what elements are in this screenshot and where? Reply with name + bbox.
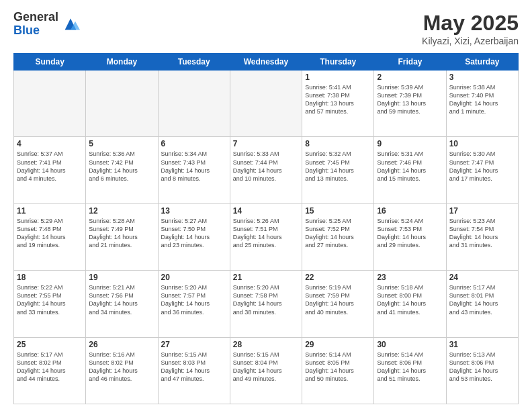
day-number: 22: [305, 273, 371, 282]
day-info: Sunrise: 5:27 AM Sunset: 7:50 PM Dayligh…: [161, 217, 227, 250]
day-number: 14: [233, 206, 299, 216]
day-number: 15: [305, 206, 371, 216]
calendar-header-row: Sunday Monday Tuesday Wednesday Thursday…: [14, 54, 519, 71]
table-row: 10Sunrise: 5:30 AM Sunset: 7:47 PM Dayli…: [446, 137, 518, 203]
calendar-week-1: 1Sunrise: 5:41 AM Sunset: 7:38 PM Daylig…: [14, 71, 519, 137]
day-number: 26: [89, 340, 154, 349]
table-row: 27Sunrise: 5:15 AM Sunset: 8:03 PM Dayli…: [158, 337, 230, 404]
day-info: Sunrise: 5:32 AM Sunset: 7:45 PM Dayligh…: [305, 150, 371, 183]
table-row: 3Sunrise: 5:38 AM Sunset: 7:40 PM Daylig…: [446, 71, 518, 137]
day-info: Sunrise: 5:22 AM Sunset: 7:55 PM Dayligh…: [17, 283, 83, 316]
table-row: 17Sunrise: 5:23 AM Sunset: 7:54 PM Dayli…: [446, 203, 518, 270]
day-number: 9: [377, 139, 443, 148]
day-info: Sunrise: 5:25 AM Sunset: 7:52 PM Dayligh…: [305, 217, 371, 250]
table-row: [230, 71, 302, 137]
logo: General Blue: [13, 11, 80, 38]
table-row: [158, 71, 230, 137]
table-row: 2Sunrise: 5:39 AM Sunset: 7:39 PM Daylig…: [374, 71, 446, 137]
day-info: Sunrise: 5:31 AM Sunset: 7:46 PM Dayligh…: [377, 150, 443, 183]
table-row: 19Sunrise: 5:21 AM Sunset: 7:56 PM Dayli…: [86, 271, 158, 337]
day-info: Sunrise: 5:41 AM Sunset: 7:38 PM Dayligh…: [305, 83, 371, 116]
table-row: 24Sunrise: 5:17 AM Sunset: 8:01 PM Dayli…: [446, 271, 518, 337]
day-info: Sunrise: 5:28 AM Sunset: 7:49 PM Dayligh…: [89, 217, 154, 250]
th-tuesday: Tuesday: [158, 54, 230, 71]
day-number: 23: [377, 273, 443, 282]
day-number: 6: [161, 139, 227, 148]
day-info: Sunrise: 5:38 AM Sunset: 7:40 PM Dayligh…: [449, 83, 515, 116]
day-number: 29: [305, 340, 371, 349]
day-info: Sunrise: 5:36 AM Sunset: 7:42 PM Dayligh…: [89, 150, 154, 183]
day-number: 4: [17, 139, 83, 148]
calendar-week-4: 18Sunrise: 5:22 AM Sunset: 7:55 PM Dayli…: [14, 271, 519, 337]
day-info: Sunrise: 5:21 AM Sunset: 7:56 PM Dayligh…: [89, 283, 154, 316]
day-number: 18: [17, 273, 83, 282]
title-block: May 2025 Kilyazi, Xizi, Azerbaijan: [422, 11, 519, 46]
location: Kilyazi, Xizi, Azerbaijan: [422, 36, 519, 46]
day-info: Sunrise: 5:33 AM Sunset: 7:44 PM Dayligh…: [233, 150, 299, 183]
table-row: 31Sunrise: 5:13 AM Sunset: 8:06 PM Dayli…: [446, 337, 518, 404]
table-row: 28Sunrise: 5:15 AM Sunset: 8:04 PM Dayli…: [230, 337, 302, 404]
table-row: 22Sunrise: 5:19 AM Sunset: 7:59 PM Dayli…: [302, 271, 374, 337]
day-number: 20: [161, 273, 227, 282]
day-info: Sunrise: 5:39 AM Sunset: 7:39 PM Dayligh…: [377, 83, 443, 116]
th-saturday: Saturday: [446, 54, 518, 71]
day-number: 3: [449, 73, 515, 82]
table-row: 1Sunrise: 5:41 AM Sunset: 7:38 PM Daylig…: [302, 71, 374, 137]
day-info: Sunrise: 5:23 AM Sunset: 7:54 PM Dayligh…: [449, 217, 515, 250]
day-number: 12: [89, 206, 154, 216]
table-row: 5Sunrise: 5:36 AM Sunset: 7:42 PM Daylig…: [86, 137, 158, 203]
day-info: Sunrise: 5:29 AM Sunset: 7:48 PM Dayligh…: [17, 217, 83, 250]
day-info: Sunrise: 5:13 AM Sunset: 8:06 PM Dayligh…: [449, 351, 515, 383]
logo-blue: Blue: [13, 24, 58, 38]
table-row: 26Sunrise: 5:16 AM Sunset: 8:02 PM Dayli…: [86, 337, 158, 404]
table-row: 30Sunrise: 5:14 AM Sunset: 8:06 PM Dayli…: [374, 337, 446, 404]
th-friday: Friday: [374, 54, 446, 71]
logo-text: General Blue: [13, 11, 58, 38]
day-number: 21: [233, 273, 299, 282]
table-row: 25Sunrise: 5:17 AM Sunset: 8:02 PM Dayli…: [14, 337, 86, 404]
day-info: Sunrise: 5:37 AM Sunset: 7:41 PM Dayligh…: [17, 150, 83, 183]
table-row: 14Sunrise: 5:26 AM Sunset: 7:51 PM Dayli…: [230, 203, 302, 270]
table-row: 4Sunrise: 5:37 AM Sunset: 7:41 PM Daylig…: [14, 137, 86, 203]
day-info: Sunrise: 5:20 AM Sunset: 7:58 PM Dayligh…: [233, 283, 299, 316]
table-row: 20Sunrise: 5:20 AM Sunset: 7:57 PM Dayli…: [158, 271, 230, 337]
th-thursday: Thursday: [302, 54, 374, 71]
day-number: 1: [305, 73, 371, 82]
table-row: 8Sunrise: 5:32 AM Sunset: 7:45 PM Daylig…: [302, 137, 374, 203]
day-info: Sunrise: 5:18 AM Sunset: 8:00 PM Dayligh…: [377, 283, 443, 316]
table-row: 12Sunrise: 5:28 AM Sunset: 7:49 PM Dayli…: [86, 203, 158, 270]
table-row: 9Sunrise: 5:31 AM Sunset: 7:46 PM Daylig…: [374, 137, 446, 203]
page: General Blue May 2025 Kilyazi, Xizi, Aze…: [0, 0, 532, 411]
day-number: 16: [377, 206, 443, 216]
logo-icon: [61, 15, 80, 34]
day-number: 28: [233, 340, 299, 349]
logo-general: General: [13, 11, 58, 24]
calendar-week-2: 4Sunrise: 5:37 AM Sunset: 7:41 PM Daylig…: [14, 137, 519, 203]
th-monday: Monday: [86, 54, 158, 71]
day-number: 31: [449, 340, 515, 349]
day-info: Sunrise: 5:14 AM Sunset: 8:05 PM Dayligh…: [305, 351, 371, 383]
table-row: 6Sunrise: 5:34 AM Sunset: 7:43 PM Daylig…: [158, 137, 230, 203]
day-number: 11: [17, 206, 83, 216]
day-number: 10: [449, 139, 515, 148]
day-number: 7: [233, 139, 299, 148]
table-row: 16Sunrise: 5:24 AM Sunset: 7:53 PM Dayli…: [374, 203, 446, 270]
table-row: 7Sunrise: 5:33 AM Sunset: 7:44 PM Daylig…: [230, 137, 302, 203]
table-row: 13Sunrise: 5:27 AM Sunset: 7:50 PM Dayli…: [158, 203, 230, 270]
day-info: Sunrise: 5:19 AM Sunset: 7:59 PM Dayligh…: [305, 283, 371, 316]
day-info: Sunrise: 5:20 AM Sunset: 7:57 PM Dayligh…: [161, 283, 227, 316]
month-title: May 2025: [422, 11, 519, 36]
calendar-table: Sunday Monday Tuesday Wednesday Thursday…: [13, 53, 519, 404]
day-info: Sunrise: 5:17 AM Sunset: 8:01 PM Dayligh…: [449, 283, 515, 316]
table-row: 21Sunrise: 5:20 AM Sunset: 7:58 PM Dayli…: [230, 271, 302, 337]
table-row: 29Sunrise: 5:14 AM Sunset: 8:05 PM Dayli…: [302, 337, 374, 404]
day-number: 2: [377, 73, 443, 82]
day-info: Sunrise: 5:15 AM Sunset: 8:03 PM Dayligh…: [161, 351, 227, 383]
day-number: 24: [449, 273, 515, 282]
day-info: Sunrise: 5:24 AM Sunset: 7:53 PM Dayligh…: [377, 217, 443, 250]
table-row: [14, 71, 86, 137]
th-wednesday: Wednesday: [230, 54, 302, 71]
day-number: 25: [17, 340, 83, 349]
day-info: Sunrise: 5:16 AM Sunset: 8:02 PM Dayligh…: [89, 351, 154, 383]
table-row: 23Sunrise: 5:18 AM Sunset: 8:00 PM Dayli…: [374, 271, 446, 337]
